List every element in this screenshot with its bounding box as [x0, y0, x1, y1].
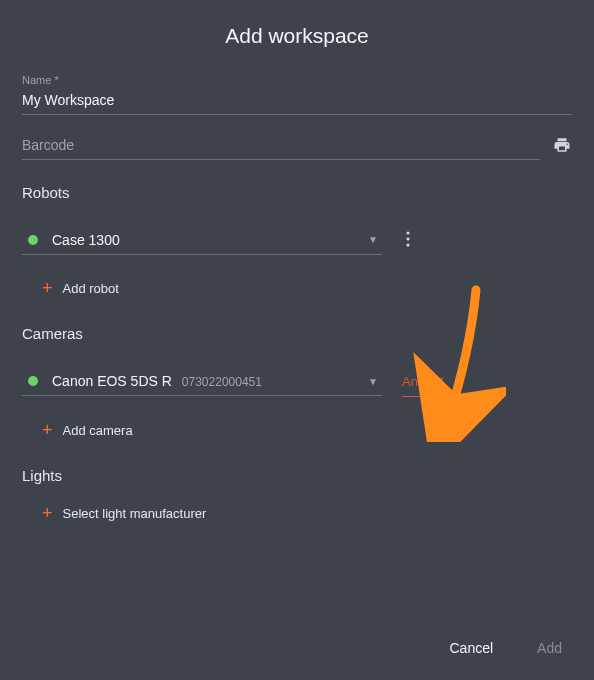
name-field: Name * [22, 74, 572, 115]
barcode-input[interactable] [22, 133, 540, 160]
robot-row: Case 1300 ▼ [22, 227, 572, 255]
add-camera-button[interactable]: + Add camera [22, 421, 572, 439]
name-label: Name * [22, 74, 572, 86]
svg-point-1 [406, 237, 409, 240]
plus-icon: + [42, 279, 53, 297]
select-light-button[interactable]: + Select light manufacturer [22, 504, 572, 522]
robot-select[interactable]: Case 1300 ▼ [22, 228, 382, 255]
add-robot-button[interactable]: + Add robot [22, 279, 572, 297]
status-dot-icon [28, 376, 38, 386]
camera-select[interactable]: Canon EOS 5DS R 073022000451 ▼ [22, 369, 382, 396]
angle-label: Angle * [402, 374, 444, 389]
plus-icon: + [42, 421, 53, 439]
add-workspace-dialog: Add workspace Name * Robots Case 1300 ▼ … [0, 0, 594, 568]
status-dot-icon [28, 235, 38, 245]
camera-selected-text: Canon EOS 5DS R 073022000451 [52, 373, 368, 389]
robot-selected-text: Case 1300 [52, 232, 368, 248]
more-vert-icon[interactable] [402, 227, 414, 255]
cameras-header: Cameras [22, 325, 572, 342]
lights-header: Lights [22, 467, 572, 484]
camera-row: Canon EOS 5DS R 073022000451 ▼ Angle * [22, 368, 572, 397]
plus-icon: + [42, 504, 53, 522]
svg-point-0 [406, 231, 409, 234]
name-input[interactable] [22, 88, 572, 115]
select-light-label: Select light manufacturer [63, 506, 207, 521]
camera-model: Canon EOS 5DS R [52, 373, 172, 389]
robots-header: Robots [22, 184, 572, 201]
angle-field[interactable]: Angle * [402, 368, 482, 397]
add-camera-label: Add camera [63, 423, 133, 438]
dialog-footer: Cancel Add [441, 634, 570, 662]
svg-point-2 [406, 243, 409, 246]
cancel-button[interactable]: Cancel [441, 634, 501, 662]
chevron-down-icon: ▼ [368, 234, 378, 245]
add-robot-label: Add robot [63, 281, 119, 296]
barcode-field [22, 133, 572, 160]
camera-serial: 073022000451 [182, 375, 262, 389]
chevron-down-icon: ▼ [368, 376, 378, 387]
print-icon[interactable] [552, 136, 572, 158]
dialog-title: Add workspace [22, 24, 572, 48]
add-button[interactable]: Add [529, 634, 570, 662]
